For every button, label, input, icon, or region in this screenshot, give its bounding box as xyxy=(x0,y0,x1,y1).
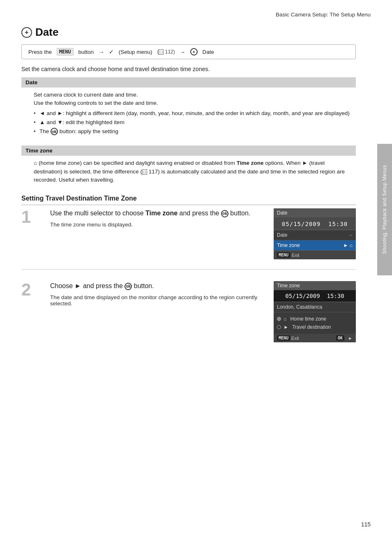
page-number: 115 xyxy=(361,521,371,528)
home-icon-sym: ⌂ xyxy=(34,160,37,166)
step-1-bold: Time zone xyxy=(145,210,178,217)
step-2-cam-date: 05/15/2009 15:30 xyxy=(274,290,356,302)
step-2-home-label: Home time zone xyxy=(291,316,326,322)
step-1-row: 1 Use the multi selector to choose Time … xyxy=(21,208,356,270)
timezone-section-table: Time zone ⌂ (home time zone) can be spec… xyxy=(21,145,356,187)
timezone-section-header: Time zone xyxy=(21,145,356,156)
step-2-cam-location: London, Casablanca xyxy=(274,302,356,312)
setting-title: Setting Travel Destination Time Zone xyxy=(21,195,356,205)
step-2-row: 2 Choose ► and press the ok button. The … xyxy=(21,281,356,352)
step-1-heading: Use the multi selector to choose Time zo… xyxy=(50,208,265,218)
step-2-choose: Choose xyxy=(50,282,75,289)
step-1-cam-footer: MENU Exit xyxy=(274,251,356,259)
step-1-ok: ok xyxy=(221,210,228,217)
step-2-opt-travel: ► Travel destination xyxy=(277,323,353,331)
step-1-cam-date: 05/15/2009 15:30 xyxy=(274,217,356,230)
step-1-menu-item-tz: Time zone ► ⌂ xyxy=(274,240,356,251)
page-header: Basic Camera Setup: The Setup Menu xyxy=(0,0,392,22)
menu-key: MENU xyxy=(57,48,74,55)
nav-sym-d: ▼ xyxy=(57,119,62,125)
date-bullets: ◄ and ►: highlight a different item (day… xyxy=(34,109,352,136)
menu-path-prefix: Press the xyxy=(28,49,52,55)
step-1-subtext: The time zone menu is displayed. xyxy=(50,222,265,228)
date-title-icon: + xyxy=(21,27,32,38)
step-2-ok: ok xyxy=(125,283,132,290)
ok-button-sym: ok xyxy=(51,128,58,135)
menu-path-box: Press the MENU button → ✓ (Setup menu) (… xyxy=(21,44,356,59)
date-section-header: Date xyxy=(21,77,356,88)
date-content-line2: Use the following controls to set the da… xyxy=(34,99,352,107)
sidebar-label: Shooting, Playback and Setup Menus xyxy=(377,144,392,275)
travel-sym: ► xyxy=(302,160,307,166)
page-title-row: + Date xyxy=(21,26,356,39)
step-2-screen: Time zone 05/15/2009 15:30 London, Casab… xyxy=(274,281,356,342)
date-section-table: Date Set camera clock to current date an… xyxy=(21,77,356,140)
step-2-radio-empty xyxy=(277,325,281,329)
step-2-cam-options: ⌂ Home time zone ► Travel destination xyxy=(274,312,356,334)
step-1-menu-item-date: Date -- xyxy=(274,230,356,240)
step-2-home-icon: ⌂ xyxy=(284,316,288,322)
book-ref: (□ 112) xyxy=(157,49,175,55)
step-2-opt-home: ⌂ Home time zone xyxy=(277,315,353,323)
step-2-travel-label: Travel destination xyxy=(292,324,331,330)
step-1-screen: Date 05/15/2009 15:30 Date -- Time zone … xyxy=(274,208,356,259)
step-1-button: button. xyxy=(228,210,250,217)
step-1-suffix: and press the xyxy=(178,210,221,217)
step-2-heading: Choose ► and press the ok button. xyxy=(50,281,265,291)
intro-text: Set the camera clock and choose home and… xyxy=(21,66,356,72)
step-1-image: Date 05/15/2009 15:30 Date -- Time zone … xyxy=(274,208,356,259)
step-1-text: Use the multi selector to choose Time zo… xyxy=(50,208,265,228)
step-1-number: 1 xyxy=(21,208,41,226)
step-2-cam-footer: MENU Exit OK : ► xyxy=(274,334,356,342)
nav-sym-r: ► xyxy=(57,110,62,116)
sidebar-text: Shooting, Playback and Setup Menus xyxy=(382,165,387,254)
bullet-2: ▲ and ▼: edit the highlighted item xyxy=(34,118,352,127)
timezone-section-content: ⌂ (home time zone) can be specified and … xyxy=(21,156,356,187)
step-2-cam-title: Time zone xyxy=(274,281,356,290)
date-label: Date xyxy=(203,49,214,55)
step-2-travel-icon: ► xyxy=(284,324,290,330)
nav-sym-u: ▲ xyxy=(39,119,45,125)
nav-sym-lr: ◄ xyxy=(39,110,45,116)
step-2-mid: and press the xyxy=(81,282,125,289)
step-2-radio-filled xyxy=(277,317,281,321)
step-2-arrow: ► xyxy=(75,282,81,289)
bullet-3: The ok button: apply the setting xyxy=(34,127,352,136)
step-2-end: button. xyxy=(132,282,154,289)
date-section-content: Set camera clock to current date and tim… xyxy=(21,88,356,140)
main-content: + Date Press the MENU button → ✓ (Setup … xyxy=(0,22,377,380)
menu-path-mid: button xyxy=(78,49,94,55)
page-title: Date xyxy=(35,26,58,39)
date-content-line1: Set camera clock to current date and tim… xyxy=(34,91,352,99)
arrow2: → xyxy=(180,49,186,55)
step-2-image: Time zone 05/15/2009 15:30 London, Casab… xyxy=(274,281,356,342)
step-2-subtext: The date and time displayed on the monit… xyxy=(50,294,265,307)
setup-label: (Setup menu) xyxy=(119,49,152,55)
step-1-prefix: Use the multi selector to choose xyxy=(50,210,145,217)
bullet-1: ◄ and ►: highlight a different item (day… xyxy=(34,109,352,118)
step-2-number: 2 xyxy=(21,281,41,298)
arrow1: → xyxy=(99,49,104,55)
step-2-text: Choose ► and press the ok button. The da… xyxy=(50,281,265,307)
step-1-cam-title: Date xyxy=(274,208,356,217)
date-section-header-text: Date xyxy=(21,77,356,88)
page-container: Basic Camera Setup: The Setup Menu Shoot… xyxy=(0,0,392,540)
header-title: Basic Camera Setup: The Setup Menu xyxy=(276,12,371,18)
timezone-header-text: Time zone xyxy=(21,145,356,156)
setup-sym: ✓ xyxy=(109,48,114,55)
date-menu-icon: + xyxy=(190,48,198,55)
time-zone-bold: Time zone xyxy=(237,160,264,166)
